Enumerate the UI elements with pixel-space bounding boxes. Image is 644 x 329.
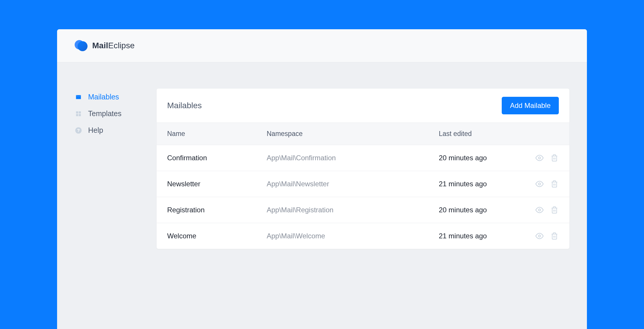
sidebar-item-label: Templates — [88, 109, 121, 118]
panel-title: Mailables — [167, 101, 202, 110]
mailable-last-edited: 21 minutes ago — [439, 180, 521, 188]
mail-icon — [75, 93, 82, 101]
mailable-namespace: App\Mail\Registration — [267, 206, 439, 214]
app-header: MailEclipse — [57, 29, 587, 62]
view-icon[interactable] — [535, 232, 544, 240]
mailable-namespace: App\Mail\Confirmation — [267, 154, 439, 162]
mailable-namespace: App\Mail\Welcome — [267, 232, 439, 240]
svg-point-9 — [539, 235, 541, 237]
table-row: Newsletter App\Mail\Newsletter 21 minute… — [157, 171, 569, 197]
grid-icon — [75, 110, 82, 118]
sidebar-item-label: Mailables — [88, 93, 119, 101]
add-mailable-button[interactable]: Add Mailable — [502, 97, 559, 114]
mailable-name[interactable]: Newsletter — [167, 180, 267, 188]
panel-header: Mailables Add Mailable — [157, 89, 569, 123]
svg-rect-2 — [76, 114, 78, 116]
brand-name: MailEclipse — [92, 41, 135, 50]
column-header-namespace: Namespace — [267, 130, 439, 138]
trash-icon[interactable] — [551, 206, 559, 214]
mailable-last-edited: 21 minutes ago — [439, 232, 521, 240]
column-header-last-edited: Last edited — [439, 130, 521, 138]
table-row: Registration App\Mail\Registration 20 mi… — [157, 197, 569, 223]
svg-point-7 — [539, 183, 541, 185]
view-icon[interactable] — [535, 206, 544, 214]
svg-rect-0 — [76, 111, 78, 113]
svg-text:?: ? — [77, 128, 80, 133]
table-row: Welcome App\Mail\Welcome 21 minutes ago — [157, 223, 569, 249]
trash-icon[interactable] — [551, 154, 559, 162]
mailable-name[interactable]: Welcome — [167, 232, 267, 240]
main-panel: Mailables Add Mailable Name Namespace La… — [157, 89, 569, 249]
content-area: Mailables Templates ? Help Mailables Add… — [57, 62, 587, 249]
mailable-name[interactable]: Confirmation — [167, 154, 267, 162]
mailable-last-edited: 20 minutes ago — [439, 206, 521, 214]
svg-rect-3 — [79, 114, 81, 116]
svg-point-6 — [539, 157, 541, 159]
sidebar-item-label: Help — [88, 126, 103, 135]
view-icon[interactable] — [535, 154, 544, 162]
sidebar-item-templates[interactable]: Templates — [75, 105, 139, 122]
mailable-name[interactable]: Registration — [167, 206, 267, 214]
help-icon: ? — [75, 127, 82, 134]
sidebar-item-help[interactable]: ? Help — [75, 122, 139, 139]
app-window: MailEclipse Mailables Templates ? — [57, 29, 587, 329]
brand-logo[interactable]: MailEclipse — [75, 39, 135, 52]
column-header-name: Name — [167, 130, 267, 138]
view-icon[interactable] — [535, 180, 544, 188]
sidebar: Mailables Templates ? Help — [75, 89, 139, 249]
svg-rect-1 — [79, 111, 81, 113]
svg-point-8 — [539, 209, 541, 211]
table-header: Name Namespace Last edited — [157, 123, 569, 145]
mailable-last-edited: 20 minutes ago — [439, 154, 521, 162]
table-row: Confirmation App\Mail\Confirmation 20 mi… — [157, 145, 569, 171]
sidebar-item-mailables[interactable]: Mailables — [75, 89, 139, 105]
mailable-namespace: App\Mail\Newsletter — [267, 180, 439, 188]
logo-icon — [75, 39, 87, 52]
trash-icon[interactable] — [551, 180, 559, 188]
trash-icon[interactable] — [551, 232, 559, 240]
